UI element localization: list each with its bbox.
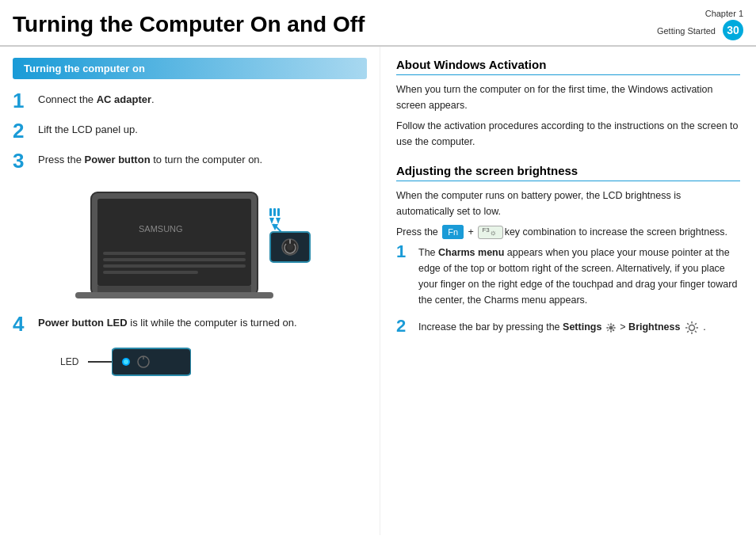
svg-text:SAMSUNG: SAMSUNG	[139, 224, 183, 234]
windows-activation-title: About Windows Activation	[396, 58, 740, 75]
r-step-2-number: 2	[396, 317, 418, 335]
svg-point-24	[609, 326, 613, 330]
screen-brightness-para1: When the computer runs on battery power,…	[396, 188, 740, 219]
step-4: 4 Power button LED is lit while the comp…	[13, 315, 367, 334]
svg-rect-11	[277, 208, 280, 216]
brightness-icon	[685, 321, 699, 335]
svg-rect-4	[103, 264, 246, 268]
svg-point-21	[124, 359, 128, 364]
page-title: Turning the Computer On and Off	[13, 12, 657, 37]
led-illustration: LED	[60, 345, 367, 378]
screen-brightness-title: Adjusting the screen brightness	[396, 164, 740, 181]
page-header: Turning the Computer On and Off Chapter …	[0, 0, 756, 47]
r-step-1-text: The Charms menu appears when you place y…	[418, 245, 740, 308]
svg-point-25	[689, 325, 694, 331]
laptop-illustration: SAMSUNG	[13, 182, 367, 301]
svg-rect-2	[103, 252, 246, 255]
f3-key: F3☼	[478, 226, 502, 239]
windows-activation-section: About Windows Activation When you turn t…	[396, 58, 740, 150]
step-1-text: Connect the AC adapter.	[38, 92, 155, 108]
screen-brightness-section: Adjusting the screen brightness When the…	[396, 164, 740, 335]
section-bar-turning-on: Turning the computer on	[13, 58, 367, 79]
svg-point-18	[287, 244, 293, 250]
step-4-number: 4	[13, 314, 38, 334]
led-box-svg	[112, 345, 191, 378]
chapter-info: Chapter 1 Getting Started 30	[657, 8, 743, 40]
svg-rect-10	[273, 208, 276, 216]
svg-rect-9	[269, 208, 272, 216]
step-1: 1 Connect the AC adapter.	[13, 92, 367, 111]
step-2: 2 Lift the LCD panel up.	[13, 122, 367, 141]
windows-activation-para1: When you turn the computer on for the fi…	[396, 82, 740, 113]
svg-rect-8	[75, 292, 273, 298]
page-number: 30	[723, 20, 743, 40]
fn-key: Fn	[442, 225, 464, 239]
step-4-text: Power button LED is lit while the comput…	[38, 315, 297, 331]
chapter-sublabel: Getting Started	[657, 26, 716, 36]
svg-line-32	[687, 331, 689, 333]
svg-line-30	[687, 323, 689, 325]
r-step-1: 1 The Charms menu appears when you place…	[396, 245, 740, 308]
svg-rect-7	[97, 286, 251, 292]
svg-rect-3	[103, 258, 246, 261]
svg-marker-13	[276, 218, 281, 224]
step-3: 3 Press the Power button to turn the com…	[13, 152, 367, 171]
svg-marker-12	[269, 218, 274, 224]
step-1-number: 1	[13, 90, 38, 111]
svg-line-33	[695, 323, 697, 325]
r-step-1-number: 1	[396, 243, 418, 260]
svg-line-31	[695, 331, 697, 333]
windows-activation-para2: Follow the activation procedures accordi…	[396, 118, 740, 150]
laptop-svg: SAMSUNG	[67, 184, 313, 299]
chapter-label: Chapter 1	[705, 9, 743, 18]
left-column: Turning the computer on 1 Connect the AC…	[0, 47, 380, 535]
r-step-2-text: Increase the bar by pressing the Setting…	[418, 319, 706, 335]
right-column: About Windows Activation When you turn t…	[380, 47, 756, 535]
svg-rect-5	[103, 271, 198, 274]
r-step-2: 2 Increase the bar by pressing the Setti…	[396, 319, 740, 335]
step-2-text: Lift the LCD panel up.	[38, 122, 138, 138]
key-combo-text: Press the Fn + F3☼ key combination to in…	[396, 224, 740, 240]
step-3-number: 3	[13, 150, 38, 171]
main-content: Turning the computer on 1 Connect the AC…	[0, 47, 756, 535]
step-3-text: Press the Power button to turn the compu…	[38, 152, 262, 168]
settings-icon	[605, 321, 617, 334]
step-2-number: 2	[13, 120, 38, 141]
led-label: LED	[60, 356, 78, 367]
